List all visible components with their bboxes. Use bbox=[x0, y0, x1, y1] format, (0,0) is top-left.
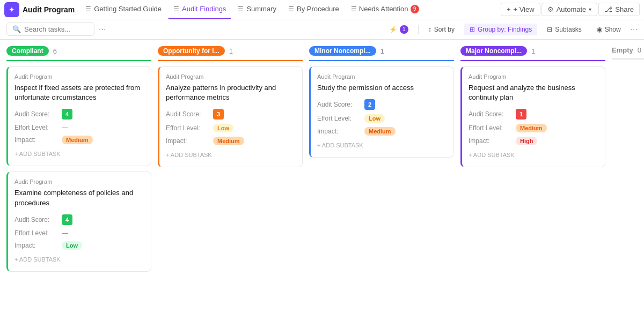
effort-value: Low bbox=[364, 114, 385, 123]
effort-value: Medium bbox=[516, 124, 547, 132]
column-compliant: Compliant 6 Audit Program Inspect if fix… bbox=[6, 46, 151, 322]
column-badge-empty: Empty bbox=[612, 46, 633, 54]
app-icon-symbol: ✦ bbox=[9, 5, 15, 14]
card-field-impact: Impact: Medium bbox=[317, 127, 447, 136]
effort-label: Effort Level: bbox=[317, 115, 360, 122]
plus-icon: + bbox=[507, 5, 511, 13]
search-input[interactable] bbox=[24, 25, 89, 33]
sort-label: Sort by bbox=[434, 26, 455, 33]
automate-label: Automate bbox=[557, 5, 587, 13]
tab-label: Summary bbox=[246, 5, 276, 13]
card-completeness-policies[interactable]: Audit Program Examine completeness of po… bbox=[6, 172, 151, 271]
impact-value: Medium bbox=[62, 136, 93, 144]
toolbar-separator bbox=[418, 25, 419, 34]
tab-label: Getting Started Guide bbox=[94, 5, 162, 13]
column-badge-opportunity: Opportunity for I... bbox=[158, 46, 225, 56]
view-label: + View bbox=[513, 5, 534, 13]
impact-label: Impact: bbox=[469, 137, 511, 145]
column-header-opportunity: Opportunity for I... 1 bbox=[158, 46, 303, 61]
card-field-impact: Impact: Medium bbox=[14, 136, 144, 144]
card-field-audit-score: Audit Score: 4 bbox=[14, 109, 144, 120]
effort-label: Effort Level: bbox=[469, 124, 511, 132]
card-program: Audit Program bbox=[317, 73, 447, 80]
card-field-effort: Effort Level: Low bbox=[317, 114, 447, 123]
impact-value: Low bbox=[62, 241, 82, 250]
automate-icon: ⚙ bbox=[547, 5, 554, 13]
impact-label: Impact: bbox=[317, 128, 360, 135]
impact-label: Impact: bbox=[14, 242, 57, 249]
show-button[interactable]: ◉ Show bbox=[591, 24, 626, 35]
tab-label: By Procedure bbox=[297, 5, 339, 13]
audit-score-label: Audit Score: bbox=[469, 110, 511, 118]
group-by-button[interactable]: ⊞ Group by: Findings bbox=[464, 24, 537, 35]
group-label: Group by: Findings bbox=[478, 26, 532, 33]
card-study-permissions[interactable]: Audit Program Study the permission of ac… bbox=[309, 66, 454, 158]
share-icon: ⎇ bbox=[604, 5, 612, 13]
card-field-audit-score: Audit Score: 4 bbox=[14, 214, 144, 225]
app-icon: ✦ bbox=[4, 2, 19, 17]
add-subtask-button[interactable]: + ADD SUBTASK bbox=[469, 150, 598, 160]
tab-icon: ☰ bbox=[288, 5, 294, 13]
tab-audit-findings[interactable]: ☰ Audit Findings bbox=[168, 0, 231, 19]
score-badge: 3 bbox=[213, 109, 224, 120]
audit-score-label: Audit Score: bbox=[14, 216, 57, 223]
search-box[interactable]: 🔍 bbox=[6, 23, 94, 36]
column-minor: Minor Noncompl... 1 Audit Program Study … bbox=[309, 46, 454, 322]
score-badge: 2 bbox=[364, 99, 375, 110]
filter-icon: ⚡ bbox=[389, 26, 397, 33]
audit-score-label: Audit Score: bbox=[166, 110, 209, 118]
board: Compliant 6 Audit Program Inspect if fix… bbox=[0, 40, 644, 328]
column-header-empty: Empty 0 bbox=[612, 46, 644, 59]
effort-label: Effort Level: bbox=[14, 124, 57, 131]
tab-needs-attention[interactable]: ☰ Needs Attention 9 bbox=[346, 0, 425, 19]
tab-label: Needs Attention bbox=[359, 5, 408, 13]
add-subtask-button[interactable]: + ADD SUBTASK bbox=[317, 140, 447, 151]
column-badge-minor: Minor Noncompl... bbox=[309, 46, 376, 56]
tab-getting-started[interactable]: ☰ Getting Started Guide bbox=[80, 0, 167, 19]
score-badge: 1 bbox=[516, 109, 526, 120]
card-business-continuity[interactable]: Audit Program Request and analyze the bu… bbox=[460, 66, 605, 167]
share-button[interactable]: ⎇ Share bbox=[598, 3, 640, 16]
card-field-impact: Impact: Medium bbox=[166, 137, 296, 145]
card-title: Inspect if fixed assets are protected fr… bbox=[14, 83, 144, 102]
tab-by-procedure[interactable]: ☰ By Procedure bbox=[283, 0, 345, 19]
card-field-effort: Effort Level: Low bbox=[166, 124, 296, 132]
tab-icon: ☰ bbox=[238, 5, 244, 13]
more-options-icon[interactable]: ··· bbox=[99, 25, 106, 34]
subtasks-button[interactable]: ⊟ Subtasks bbox=[541, 24, 587, 35]
column-count-major: 1 bbox=[531, 47, 535, 55]
add-subtask-button[interactable]: + ADD SUBTASK bbox=[166, 150, 296, 160]
automate-button[interactable]: ⚙ Automate ▾ bbox=[541, 3, 598, 16]
sort-button[interactable]: ↕ Sort by bbox=[423, 24, 460, 35]
view-button[interactable]: + + View bbox=[501, 3, 540, 16]
tab-icon: ☰ bbox=[85, 5, 91, 13]
card-field-audit-score: Audit Score: 1 bbox=[469, 109, 598, 120]
card-analyze-patterns[interactable]: Audit Program Analyze patterns in produc… bbox=[158, 66, 303, 167]
card-program: Audit Program bbox=[166, 73, 296, 80]
card-field-impact: Impact: High bbox=[469, 137, 598, 145]
column-empty: Empty 0 bbox=[612, 46, 644, 322]
impact-value: Medium bbox=[364, 127, 396, 136]
card-title: Examine completeness of policies and pro… bbox=[14, 188, 144, 207]
impact-label: Impact: bbox=[166, 137, 209, 145]
show-label: Show bbox=[605, 26, 621, 33]
effort-label: Effort Level: bbox=[14, 229, 57, 237]
column-badge-compliant: Compliant bbox=[6, 46, 49, 56]
app-title: Audit Program bbox=[23, 5, 75, 14]
filter-button[interactable]: ⚡ 1 bbox=[384, 23, 414, 36]
card-field-audit-score: Audit Score: 3 bbox=[166, 109, 296, 120]
toolbar: 🔍 ··· ⚡ 1 ↕ Sort by ⊞ Group by: Findings… bbox=[0, 19, 644, 40]
subtasks-icon: ⊟ bbox=[547, 26, 552, 33]
column-header-major: Major Noncompl... 1 bbox=[460, 46, 605, 61]
card-fixed-assets[interactable]: Audit Program Inspect if fixed assets ar… bbox=[6, 66, 151, 166]
add-subtask-button[interactable]: + ADD SUBTASK bbox=[14, 148, 144, 159]
card-field-effort: Effort Level: — bbox=[14, 124, 144, 131]
search-icon: 🔍 bbox=[12, 25, 21, 33]
column-count-minor: 1 bbox=[380, 47, 384, 55]
column-opportunity: Opportunity for I... 1 Audit Program Ana… bbox=[158, 46, 303, 322]
tab-summary[interactable]: ☰ Summary bbox=[232, 0, 282, 19]
tab-label: Audit Findings bbox=[182, 5, 226, 13]
toolbar-more-button[interactable]: ··· bbox=[631, 25, 638, 34]
group-icon: ⊞ bbox=[470, 26, 475, 33]
add-subtask-button[interactable]: + ADD SUBTASK bbox=[14, 254, 144, 265]
